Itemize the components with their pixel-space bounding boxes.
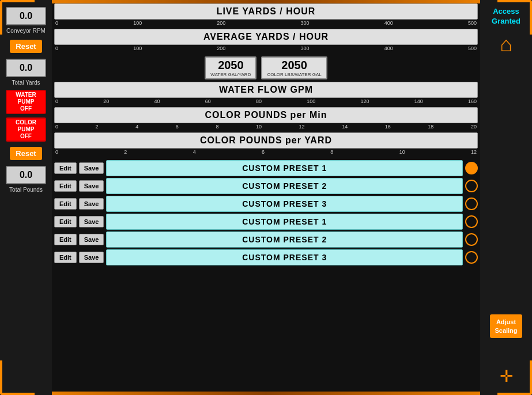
preset-row-5-4: EditSaveCUSTOM PRESET 2 xyxy=(54,231,478,248)
preset-label-3[interactable]: CUSTOM PRESET 1 xyxy=(106,214,463,230)
preset-indicator-4[interactable] xyxy=(465,233,478,246)
color-pounds-min-scale: 0 2 4 6 8 10 12 14 16 18 20 xyxy=(54,124,478,130)
water-gal-yard-box[interactable]: 2050 WATER GAL/YARD xyxy=(205,56,256,79)
preset-row-2-1: EditSaveCUSTOM PRESET 2 xyxy=(54,178,478,194)
live-yards-scale: 0 100 200 300 400 500 xyxy=(54,20,478,26)
preset-indicator-0[interactable] xyxy=(465,162,478,174)
total-yards-display: 0.0 xyxy=(6,59,46,77)
water-pump-button[interactable]: WATERPUMPOFF xyxy=(6,90,46,114)
preset-label-4[interactable]: CUSTOM PRESET 2 xyxy=(106,231,463,248)
reset1-button[interactable]: Reset xyxy=(10,40,41,53)
preset-label-1[interactable]: CUSTOM PRESET 2 xyxy=(106,178,463,194)
save-button-2[interactable]: Save xyxy=(79,198,104,210)
color-lbs-water-box[interactable]: 2050 COLOR LBS/WATER GAL xyxy=(261,56,327,79)
total-pounds-label: Total Pounds xyxy=(9,187,43,193)
preset-row-4-3: EditSaveCUSTOM PRESET 1 xyxy=(54,214,478,230)
preset-indicator-3[interactable] xyxy=(465,215,478,228)
edit-button-1[interactable]: Edit xyxy=(54,180,77,192)
main-container: 0.0 Conveyor RPM Reset 0.0 Total Yards W… xyxy=(0,0,532,395)
reset2-button[interactable]: Reset xyxy=(10,147,41,160)
corner-tr xyxy=(497,0,532,35)
preset-indicator-5[interactable] xyxy=(465,251,478,264)
live-yards-label: LIVE YARDS / HOUR xyxy=(54,3,478,20)
save-button-4[interactable]: Save xyxy=(79,234,104,245)
water-flow-scale: 0 20 40 60 80 100 120 140 160 xyxy=(54,98,478,104)
edit-button-2[interactable]: Edit xyxy=(54,198,77,210)
home-icon[interactable]: ⌂ xyxy=(500,32,512,56)
border-top xyxy=(0,0,532,3)
border-bottom xyxy=(0,392,532,395)
total-yards-value: 0.0 xyxy=(20,63,32,73)
corner-br xyxy=(497,360,532,395)
preset-row-3-2: EditSaveCUSTOM PRESET 3 xyxy=(54,196,478,212)
center-content: LIVE YARDS / HOUR 0 100 200 300 400 500 … xyxy=(52,0,480,395)
color-pounds-min-label: COLOR POUNDS per Min xyxy=(54,107,478,123)
edit-button-3[interactable]: Edit xyxy=(54,216,77,227)
water-flow-label: WATER FLOW GPM xyxy=(54,82,478,98)
preset-row-6-5: EditSaveCUSTOM PRESET 3 xyxy=(54,249,478,265)
preset-label-2[interactable]: CUSTOM PRESET 3 xyxy=(106,196,463,212)
color-pump-button[interactable]: COLORPUMPOFF xyxy=(6,117,46,142)
preset-row-1-0: EditSaveCUSTOM PRESET 1 xyxy=(54,160,478,176)
corner-tl xyxy=(0,0,35,35)
color-pounds-yard-label: COLOR POUNDS per YARD xyxy=(54,132,478,149)
edit-button-4[interactable]: Edit xyxy=(54,234,77,245)
preset-indicator-2[interactable] xyxy=(465,198,478,210)
value-inputs: 2050 WATER GAL/YARD 2050 COLOR LBS/WATER… xyxy=(54,56,478,79)
color-lbs-water-label: COLOR LBS/WATER GAL xyxy=(267,72,321,77)
avg-yards-scale: 0 100 200 300 400 500 xyxy=(54,45,478,51)
save-button-5[interactable]: Save xyxy=(79,252,104,263)
total-pounds-value: 0.0 xyxy=(20,170,32,180)
avg-yards-label: AVERAGE YARDS / HOUR xyxy=(54,29,478,45)
save-button-1[interactable]: Save xyxy=(79,180,104,192)
water-flow-gauge: WATER FLOW GPM 0 20 40 60 80 100 120 140… xyxy=(54,82,478,105)
total-pounds-display: 0.0 xyxy=(6,166,46,184)
water-gal-yard-label: WATER GAL/YARD xyxy=(210,72,251,77)
preset-label-0[interactable]: CUSTOM PRESET 1 xyxy=(106,160,463,176)
save-button-3[interactable]: Save xyxy=(79,216,104,227)
color-pounds-yard-gauge: COLOR POUNDS per YARD 0 2 4 6 8 10 12 xyxy=(54,132,478,156)
live-yards-gauge: LIVE YARDS / HOUR 0 100 200 300 400 500 xyxy=(54,3,478,27)
total-yards-label: Total Yards xyxy=(12,79,40,86)
color-pounds-min-gauge: COLOR POUNDS per Min 0 2 4 6 8 10 12 14 … xyxy=(54,107,478,131)
left-sidebar: 0.0 Conveyor RPM Reset 0.0 Total Yards W… xyxy=(0,0,52,395)
preset-label-5[interactable]: CUSTOM PRESET 3 xyxy=(106,249,463,265)
water-gal-yard-value: 2050 xyxy=(210,59,251,72)
color-lbs-water-value: 2050 xyxy=(267,59,321,72)
preset-indicator-1[interactable] xyxy=(465,180,478,192)
avg-yards-gauge: AVERAGE YARDS / HOUR 0 100 200 300 400 5… xyxy=(54,29,478,52)
save-button-0[interactable]: Save xyxy=(79,162,104,174)
presets-section: EditSaveCUSTOM PRESET 1EditSaveCUSTOM PR… xyxy=(54,160,478,265)
right-sidebar: Access Granted ⌂ AdjustScaling ✛ xyxy=(480,0,532,395)
edit-button-0[interactable]: Edit xyxy=(54,162,77,174)
edit-button-5[interactable]: Edit xyxy=(54,252,77,263)
adjust-scaling-button[interactable]: AdjustScaling xyxy=(490,314,522,338)
corner-bl xyxy=(0,360,35,395)
color-pounds-yard-scale: 0 2 4 6 8 10 12 xyxy=(54,149,478,155)
